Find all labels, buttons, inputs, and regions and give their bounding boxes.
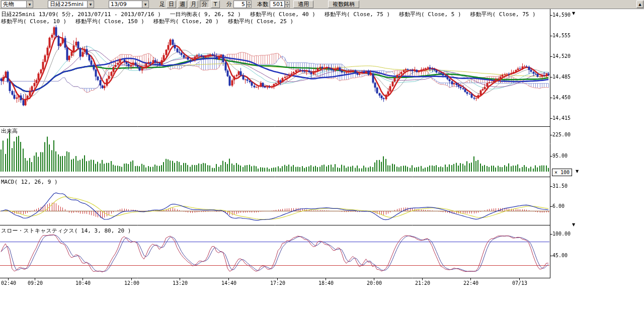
- legend-item: 一目均衡表( 9, 26, 52 ): [170, 11, 241, 18]
- time-axis-label: 14:40: [221, 280, 236, 286]
- price-tick-label: 14,450: [552, 95, 571, 101]
- symbol-value: 日経225mini: [48, 1, 87, 8]
- interval-spinner[interactable]: ▴ ▾: [247, 1, 252, 8]
- period-minute-button[interactable]: 分: [200, 1, 209, 8]
- bars-spinner[interactable]: ▴ ▾: [285, 1, 290, 8]
- price-tick-label: 14,590: [552, 12, 571, 18]
- multi-symbol-button[interactable]: 複数銘柄: [328, 1, 359, 8]
- bars-value[interactable]: 501: [270, 1, 285, 8]
- timeframe-label: 足: [159, 1, 165, 8]
- legend-item: 移動平均( Close, 20 ): [153, 18, 219, 25]
- stoch-panel-label: スロー・ストキャスティクス( 14, 3, 80, 20 ): [1, 227, 131, 235]
- time-axis-label: 18:40: [318, 280, 334, 286]
- contract-month-select[interactable]: 13/09 ▼: [109, 1, 149, 8]
- time-axis-label: 10:40: [75, 280, 91, 286]
- price-tick-label: 14,415: [552, 115, 571, 121]
- legend-line-2: 移動平均( Close, 10 )移動平均( Close, 150 )移動平均(…: [1, 18, 293, 25]
- spin-down-icon[interactable]: ▾: [285, 5, 290, 9]
- time-axis-label: 09:20: [28, 280, 43, 286]
- volume-multiplier-badge: × 100: [552, 169, 572, 176]
- time-axis-label: 17:20: [270, 280, 285, 286]
- toolbar: 先物 ▼ 日経225mini ▼ 13/09 ▼ 足 日 週 月 分 T 分 5…: [0, 0, 644, 9]
- stoch-tick-label: 45.00: [552, 253, 568, 259]
- chevron-down-icon[interactable]: ▼: [142, 1, 148, 8]
- time-axis-label: 20:00: [367, 280, 382, 286]
- interval-label: 分: [226, 1, 232, 8]
- chart-application: 先物 ▼ 日経225mini ▼ 13/09 ▼ 足 日 週 月 分 T 分 5…: [0, 0, 644, 309]
- period-tick-button[interactable]: T: [211, 1, 220, 8]
- legend-item: 移動平均( Close, 150 ): [75, 18, 144, 25]
- apply-button[interactable]: 適用: [293, 1, 313, 8]
- instrument-type-select[interactable]: 先物 ▼: [1, 1, 33, 8]
- macd-tick-label: 6.00: [552, 203, 565, 209]
- period-month-button[interactable]: 月: [189, 1, 198, 8]
- time-axis-label: 12:00: [124, 280, 139, 286]
- interval-input[interactable]: 5 ▴ ▾: [233, 1, 252, 8]
- stoch-tick-label: 100.00: [552, 231, 571, 237]
- volume-tick-label: 225.00: [552, 132, 571, 138]
- spin-down-icon[interactable]: ▾: [247, 5, 252, 9]
- time-axis-label: 02:40: [1, 280, 16, 286]
- legend-item: 移動平均( Close, 25 ): [228, 18, 293, 25]
- price-tick-label: 14,485: [552, 74, 571, 80]
- legend-item: 日経225mini 13/09( 5分, 2013/07/11 - 2013/0…: [1, 11, 161, 18]
- chevron-down-icon[interactable]: ▼: [26, 1, 33, 8]
- spin-up-icon[interactable]: ▴: [247, 1, 252, 5]
- time-axis-label: 22:40: [463, 280, 478, 286]
- volume-panel-menu-arrow-icon[interactable]: ▼: [574, 169, 580, 174]
- price-tick-label: 14,555: [552, 33, 571, 39]
- bars-label: 本数: [257, 1, 268, 8]
- stoch-panel-menu-arrow-icon[interactable]: ▼: [571, 222, 577, 227]
- volume-tick-label: 95.00: [552, 153, 568, 159]
- legend-item: 移動平均( Close, 40 ): [250, 11, 315, 18]
- macd-panel-label: MACD( 12, 26, 9 ): [1, 179, 58, 185]
- contract-month-value: 13/09: [109, 1, 142, 8]
- instrument-type-value: 先物: [2, 1, 26, 8]
- macd-tick-label: 31.50: [552, 183, 568, 189]
- chevron-down-icon[interactable]: ▼: [87, 1, 94, 8]
- period-day-button[interactable]: 日: [167, 1, 176, 8]
- legend-line-1: 日経225mini 13/09( 5分, 2013/07/11 - 2013/0…: [1, 11, 536, 18]
- symbol-select[interactable]: 日経225mini ▼: [48, 1, 94, 8]
- time-axis-label: 21:20: [415, 280, 430, 286]
- volume-panel-label: 出来高: [1, 127, 18, 135]
- spin-up-icon[interactable]: ▴: [285, 1, 290, 5]
- period-week-button[interactable]: 週: [178, 1, 187, 8]
- chart-canvas[interactable]: [0, 9, 553, 281]
- legend-item: 移動平均( Close, 75 ): [470, 11, 536, 18]
- scroll-up-button[interactable]: ▲: [636, 1, 643, 8]
- time-axis-label: 13:20: [173, 280, 188, 286]
- price-tick-label: 14,520: [552, 53, 571, 59]
- bars-input[interactable]: 501 ▴ ▾: [270, 1, 290, 8]
- legend-item: 移動平均( Close, 75 ): [325, 11, 390, 18]
- legend-item: 移動平均( Close, 10 ): [1, 18, 66, 25]
- time-axis-label: 07/13: [512, 280, 527, 286]
- legend-item: 移動平均( Close, 5 ): [399, 11, 461, 18]
- interval-value[interactable]: 5: [233, 1, 247, 8]
- price-panel-menu-arrow-icon[interactable]: ▼: [571, 11, 577, 16]
